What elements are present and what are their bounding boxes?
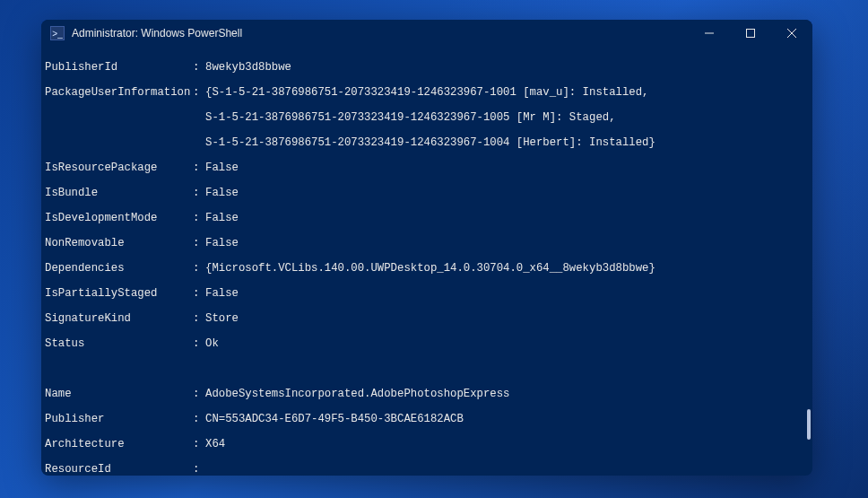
field-label: ResourceId <box>45 463 193 476</box>
field-value: AdobeSystemsIncorporated.AdobePhotoshopE… <box>205 388 807 400</box>
separator: : <box>193 162 205 174</box>
separator: : <box>193 388 205 400</box>
field-value: {S-1-5-21-3876986751-2073323419-12463239… <box>205 86 807 99</box>
powershell-icon: >_ <box>50 26 65 40</box>
maximize-button[interactable] <box>730 20 771 47</box>
close-button[interactable] <box>771 20 812 47</box>
separator: : <box>193 463 205 476</box>
field-value: CN=553ADC34-E6D7-49F5-B450-3BCAE6182ACB <box>205 413 807 425</box>
svg-rect-1 <box>747 30 755 38</box>
field-value-cont: S-1-5-21-3876986751-2073323419-124632396… <box>45 111 807 124</box>
field-label: Name <box>45 388 193 400</box>
separator: : <box>193 86 205 99</box>
scrollbar-track[interactable] <box>800 47 812 476</box>
separator: : <box>193 287 205 300</box>
field-value: Ok <box>205 337 807 350</box>
field-label: IsBundle <box>45 187 193 199</box>
scrollbar-thumb[interactable] <box>807 409 811 440</box>
separator: : <box>193 413 205 425</box>
separator: : <box>193 262 205 275</box>
field-value-cont: S-1-5-21-3876986751-2073323419-124632396… <box>45 136 807 149</box>
separator: : <box>193 312 205 325</box>
field-label: IsDevelopmentMode <box>45 212 193 224</box>
separator: : <box>193 187 205 199</box>
field-value: False <box>205 212 807 224</box>
field-label: IsResourcePackage <box>45 162 193 174</box>
minimize-button[interactable] <box>689 20 730 47</box>
field-label: NonRemovable <box>45 237 193 249</box>
field-label: Status <box>45 337 193 350</box>
field-label: PublisherId <box>45 61 193 74</box>
titlebar[interactable]: >_ Administrator: Windows PowerShell <box>41 20 812 47</box>
field-label: Publisher <box>45 413 193 425</box>
field-label: Dependencies <box>45 262 193 275</box>
field-value: False <box>205 187 807 199</box>
field-value: X64 <box>205 438 807 450</box>
powershell-window: >_ Administrator: Windows PowerShell Pub… <box>41 20 812 476</box>
field-value: False <box>205 237 807 249</box>
field-value: Store <box>205 312 807 325</box>
separator: : <box>193 212 205 224</box>
field-value: {Microsoft.VCLibs.140.00.UWPDesktop_14.0… <box>205 262 807 275</box>
window-controls <box>689 20 812 47</box>
separator: : <box>193 237 205 249</box>
separator: : <box>193 438 205 450</box>
separator: : <box>193 337 205 350</box>
field-value: False <box>205 162 807 174</box>
window-title: Administrator: Windows PowerShell <box>72 27 689 39</box>
field-label: IsPartiallyStaged <box>45 287 193 300</box>
separator: : <box>193 61 205 74</box>
field-label: Architecture <box>45 438 193 450</box>
terminal-output[interactable]: PublisherId:8wekyb3d8bbwe PackageUserInf… <box>41 47 812 476</box>
field-label: SignatureKind <box>45 312 193 325</box>
field-value: 8wekyb3d8bbwe <box>205 61 807 74</box>
field-label: PackageUserInformation <box>45 86 193 99</box>
field-value <box>205 463 807 476</box>
field-value: False <box>205 287 807 300</box>
